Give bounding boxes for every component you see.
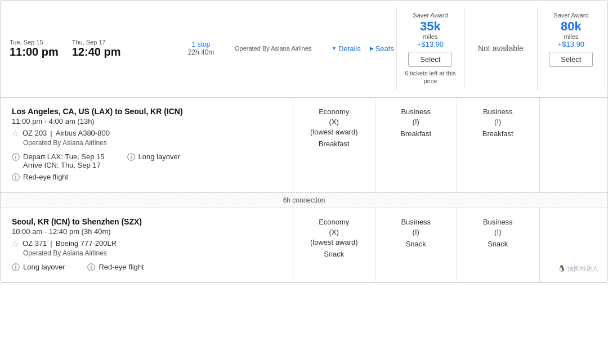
fare-select-btn-2[interactable]: Select: [549, 52, 593, 67]
fare-detail-empty-2: 🐧 抽图特达人: [539, 208, 608, 282]
aircraft-2: Boeing 777-200LR: [56, 239, 117, 248]
fare-detail-meal-seg2-1: Snack: [324, 250, 344, 258]
segment-alerts-1: ⓘ Depart LAX: Tue, Sep 15 Arrive ICN: Th…: [12, 152, 281, 183]
alerts-two-col-2: ⓘ Long layover ⓘ Red-eye flight: [12, 263, 281, 273]
fare-miles-unit-2: miles: [564, 33, 579, 40]
stop-info: 1 stop 22h 40m: [167, 41, 235, 56]
segment-time-2: 10:00 am - 12:40 pm (3h 40m): [12, 227, 281, 236]
fare-header-1: Saver Award: [413, 12, 448, 19]
alert-row-red-eye-1: ⓘ Red-eye flight: [12, 173, 281, 183]
operated-by-summary: Operated By Asiana Airlines: [235, 45, 325, 52]
fare-miles-2: 80k: [561, 20, 582, 33]
fare-miles-unit-1: miles: [423, 33, 438, 40]
alert-icon-1: ⓘ: [12, 152, 20, 163]
star-icon-2: ☆: [12, 239, 19, 248]
flight-number-1: OZ 203: [23, 129, 47, 137]
segment-operated-2: Operated By Asiana Airlines: [23, 249, 281, 257]
depart-block: Tue, Sep 15 11:00 pm: [10, 39, 59, 59]
fare-detail-meal-seg1-1: Breakfast: [319, 140, 350, 148]
fare-detail-class-seg2-2: Business(I): [401, 217, 431, 237]
segment-alerts-2: ⓘ Long layover ⓘ Red-eye flight: [12, 263, 281, 273]
fare-detail-seg1-col2: Business(I) Breakfast: [375, 98, 458, 192]
alert-row-long-layover-1: ⓘ Long layover: [127, 152, 180, 169]
seats-label: Seats: [375, 44, 394, 53]
fare-cash-1: +$13.90: [417, 40, 444, 48]
depart-time: 11:00 pm: [10, 46, 59, 59]
arrive-block: Thu, Sep 17 12:40 pm: [72, 39, 121, 59]
alert-icon-5: ⓘ: [87, 263, 95, 273]
segment-title-1: Los Angeles, CA, US (LAX) to Seoul, KR (…: [12, 107, 281, 116]
watermark: 🐧 抽图特达人: [558, 264, 598, 273]
details-label: Details: [338, 44, 361, 53]
alert-text-1: Depart LAX: Tue, Sep 15 Arrive ICN: Thu,…: [23, 152, 105, 169]
connection-divider: 6h connection: [1, 192, 607, 208]
alert-text-4: Long layover: [23, 263, 65, 271]
fare-detail-class-seg1-2: Business(I): [401, 107, 431, 127]
fare-detail-seg1-col3: Business(I) Breakfast: [457, 98, 539, 192]
fare-select-btn-1[interactable]: Select: [408, 52, 452, 67]
stops-badge: 1 stop: [192, 41, 211, 48]
arrive-date-label: Thu, Sep 17: [72, 39, 121, 46]
fare-detail-meal-seg2-3: Snack: [488, 240, 508, 248]
details-section: Los Angeles, CA, US (LAX) to Seoul, KR (…: [1, 97, 607, 282]
alert-text-3: Red-eye flight: [23, 173, 68, 181]
fare-detail-empty-1: [539, 98, 608, 192]
fare-detail-seg1-col1: Economy(X)(lowest award) Breakfast: [293, 98, 375, 192]
fare-detail-seg2-col2: Business(I) Snack: [375, 208, 458, 282]
fare-cash-2: +$13.90: [558, 40, 584, 48]
fare-detail-class-seg2-3: Business(I): [483, 217, 513, 237]
segment-operated-1: Operated By Asiana Airlines: [23, 139, 281, 147]
aircraft-1: Airbus A380-800: [56, 129, 110, 137]
fare-header-2: Saver Award: [553, 12, 588, 19]
alert-row-long-layover-2: ⓘ Long layover: [12, 263, 65, 273]
segment-info-1: Los Angeles, CA, US (LAX) to Seoul, KR (…: [1, 98, 293, 192]
details-button[interactable]: ▼ Details: [329, 43, 363, 54]
fare-miles-1: 35k: [420, 20, 441, 33]
fare-detail-meal-seg1-2: Breakfast: [400, 129, 431, 138]
divider-1: |: [50, 129, 52, 137]
star-icon-1: ☆: [12, 129, 19, 138]
alert-row-red-eye-2: ⓘ Red-eye flight: [87, 263, 144, 273]
fare-note-1: 6 tickets left at this price: [404, 69, 457, 86]
segment-row-2: Seoul, KR (ICN) to Shenzhen (SZX) 10:00 …: [1, 208, 607, 282]
segment-time-1: 11:00 pm - 4:00 am (13h): [12, 117, 281, 125]
fare-detail-seg2-col3: Business(I) Snack: [457, 208, 539, 282]
fare-detail-seg2-col1: Economy(X)(lowest award) Snack: [293, 208, 375, 282]
fare-detail-meal-seg1-3: Breakfast: [482, 129, 513, 138]
fare-detail-meal-seg2-2: Snack: [406, 240, 426, 248]
flight-number-2: OZ 371: [23, 239, 47, 248]
segment-row-1: Los Angeles, CA, US (LAX) to Seoul, KR (…: [1, 98, 607, 192]
not-available-1: Not available: [464, 7, 537, 90]
depart-date-label: Tue, Sep 15: [10, 39, 59, 46]
fare-columns: Saver Award 35k miles +$13.90 Select 6 t…: [396, 7, 608, 90]
summary-times: Tue, Sep 15 11:00 pm Thu, Sep 17 12:40 p…: [10, 39, 167, 59]
connection-label: 6h connection: [283, 196, 325, 204]
fare-detail-class-seg1-3: Business(I): [483, 107, 513, 127]
details-triangle-icon: ▼: [332, 46, 337, 51]
segment-title-2: Seoul, KR (ICN) to Shenzhen (SZX): [12, 217, 281, 226]
divider-2: |: [50, 239, 52, 248]
segment-info-2: Seoul, KR (ICN) to Shenzhen (SZX) 10:00 …: [1, 208, 293, 282]
summary-row: Tue, Sep 15 11:00 pm Thu, Sep 17 12:40 p…: [1, 1, 607, 97]
segment-flight-1: ☆ OZ 203 | Airbus A380-800: [12, 129, 281, 138]
alert-text-2: Long layover: [138, 152, 180, 161]
fare-detail-class-seg2-1: Economy(X)(lowest award): [310, 217, 358, 248]
alerts-two-col-1: ⓘ Depart LAX: Tue, Sep 15 Arrive ICN: Th…: [12, 152, 281, 169]
seats-button[interactable]: ▶ Seats: [368, 43, 396, 54]
alert-text-5: Red-eye flight: [99, 263, 144, 271]
summary-left: Tue, Sep 15 11:00 pm Thu, Sep 17 12:40 p…: [10, 39, 396, 59]
segment-flight-2: ☆ OZ 371 | Boeing 777-200LR: [12, 239, 281, 248]
alert-row-depart: ⓘ Depart LAX: Tue, Sep 15 Arrive ICN: Th…: [12, 152, 105, 169]
flight-card: Tue, Sep 15 11:00 pm Thu, Sep 17 12:40 p…: [0, 0, 608, 283]
fare-col-2: Saver Award 80k miles +$13.90 Select: [537, 7, 605, 90]
fare-col-3: Saver Award 175k miles +$13.90 Select: [605, 7, 608, 90]
fare-col-1: Saver Award 35k miles +$13.90 Select 6 t…: [396, 7, 464, 90]
alert-icon-3: ⓘ: [12, 173, 20, 183]
seats-triangle-icon: ▶: [370, 46, 374, 51]
alert-icon-4: ⓘ: [12, 263, 20, 273]
alert-icon-2: ⓘ: [127, 152, 135, 163]
actions: ▼ Details ▶ Seats: [329, 43, 396, 54]
duration: 22h 40m: [188, 48, 214, 56]
arrive-time: 12:40 pm: [72, 46, 121, 59]
fare-detail-class-seg1-1: Economy(X)(lowest award): [310, 107, 358, 138]
